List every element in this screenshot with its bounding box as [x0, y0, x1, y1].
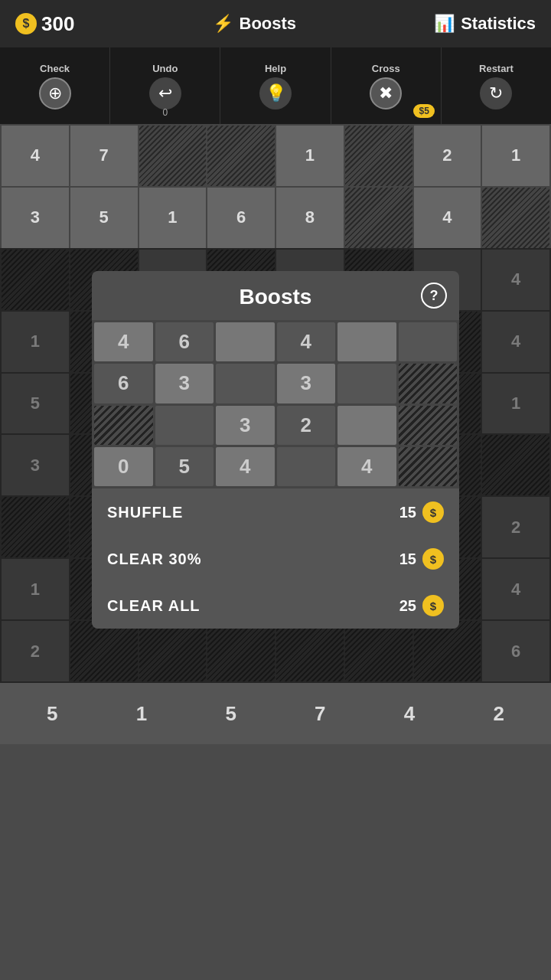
p15: 3 — [216, 406, 275, 445]
modal-title: Boosts — [240, 285, 312, 309]
help-button[interactable]: Help 💡 — [220, 47, 331, 124]
bottom-num: 5 — [21, 702, 83, 726]
stats-button[interactable]: 📊 Statistics — [434, 14, 536, 34]
bottom-num: 2 — [468, 702, 530, 726]
modal-bg-preview: 4 6 4 6 3 3 3 2 — [92, 320, 459, 488]
check-button[interactable]: Check ⊕ — [0, 47, 110, 124]
bolt-icon: ⚡ — [213, 14, 233, 34]
clear30-label: CLEAR 30% — [107, 550, 201, 568]
bottom-num: 5 — [201, 702, 262, 726]
bottom-num: 7 — [289, 702, 350, 726]
p21: 4 — [216, 447, 275, 486]
undo-icon: ↩ — [149, 77, 181, 109]
help-icon: 💡 — [259, 77, 292, 109]
scribble-overlay — [139, 126, 207, 186]
grid-cell[interactable] — [345, 126, 412, 186]
scribble-overlay — [345, 126, 412, 186]
grid-cell[interactable]: 7 — [70, 126, 138, 186]
grid-cell[interactable]: 1 — [482, 126, 549, 186]
shuffle-label: SHUFFLE — [107, 504, 183, 521]
grid-cell[interactable]: 1 — [276, 126, 344, 186]
cross-icon: ✖ — [370, 77, 402, 109]
p16: 2 — [277, 406, 336, 445]
p5 — [337, 322, 396, 361]
grid-cell[interactable]: 5 — [70, 188, 138, 248]
bottom-num: 1 — [111, 702, 172, 726]
shuffle-cost-value: 15 — [399, 504, 416, 521]
grid-cell[interactable] — [482, 188, 549, 248]
boost-modal: Boosts ? 4 6 4 6 3 3 — [92, 271, 459, 629]
p14 — [155, 406, 214, 445]
scribble-overlay — [482, 188, 549, 248]
clearall-label: CLEAR ALL — [107, 597, 201, 615]
restart-icon: ↻ — [480, 77, 512, 109]
p10: 3 — [277, 364, 336, 403]
check-icon: ⊕ — [39, 77, 71, 109]
grid-cell[interactable]: 2 — [414, 126, 481, 186]
grid-cell[interactable]: 3 — [2, 188, 69, 248]
p7: 6 — [94, 364, 153, 403]
restart-button[interactable]: Restart ↻ — [442, 47, 551, 124]
top-bar: $ 300 ⚡ Boosts 📊 Statistics — [0, 0, 551, 47]
p20: 5 — [155, 447, 214, 486]
undo-button[interactable]: Undo ↩ 0 — [110, 47, 220, 124]
p1: 4 — [94, 322, 153, 361]
scribble-overlay — [345, 188, 412, 248]
shuffle-coin-icon: $ — [422, 501, 444, 523]
score-display: $ 300 — [15, 12, 74, 36]
restart-label: Restart — [479, 63, 514, 74]
grid-cell[interactable] — [139, 126, 207, 186]
preview-grid: 4 6 4 6 3 3 3 2 — [92, 320, 459, 488]
clearall-cost: 25 $ — [399, 595, 444, 616]
p13 — [94, 406, 153, 445]
clear30-coin-icon: $ — [422, 548, 444, 570]
cross-button[interactable]: Cross ✖ $5 — [331, 47, 442, 124]
grid-cell[interactable] — [345, 188, 412, 248]
p12 — [399, 364, 458, 403]
bar-chart-icon: 📊 — [434, 14, 455, 34]
p19: 0 — [94, 447, 153, 486]
modal-header: Boosts ? — [92, 271, 459, 320]
undo-count: 0 — [162, 107, 168, 118]
clearall-boost-item[interactable]: CLEAR ALL 25 $ — [92, 582, 459, 629]
grid-cell[interactable]: 4 — [414, 188, 481, 248]
boosts-label: Boosts — [240, 14, 297, 34]
p18 — [399, 406, 458, 445]
cross-cost-badge: $5 — [413, 104, 434, 118]
dollar-icon: $ — [15, 13, 37, 34]
clearall-cost-value: 25 — [399, 597, 416, 615]
p2: 6 — [155, 322, 214, 361]
modal-help-icon: ? — [430, 288, 439, 304]
clear30-cost-value: 15 — [399, 550, 416, 568]
score-value: 300 — [41, 12, 74, 36]
modal-help-button[interactable]: ? — [421, 283, 447, 309]
grid-cell[interactable] — [207, 126, 275, 186]
cross-label: Cross — [372, 63, 400, 74]
game-grid: 4712135168454241451321426 Boosts ? 4 6 4… — [0, 124, 551, 683]
grid-cell[interactable]: 6 — [207, 188, 275, 248]
p17 — [337, 406, 396, 445]
action-bar: Check ⊕ Undo ↩ 0 Help 💡 Cross ✖ $5 Resta… — [0, 47, 551, 124]
grid-cell[interactable]: 4 — [2, 126, 69, 186]
shuffle-boost-item[interactable]: SHUFFLE 15 $ — [92, 488, 459, 535]
clear30-boost-item[interactable]: CLEAR 30% 15 $ — [92, 535, 459, 582]
p11 — [337, 364, 396, 403]
bottom-num: 4 — [379, 702, 440, 726]
p8: 3 — [155, 364, 214, 403]
p22 — [277, 447, 336, 486]
p6 — [399, 322, 458, 361]
bottom-row: 515742 — [0, 683, 551, 744]
p24 — [399, 447, 458, 486]
p23: 4 — [337, 447, 396, 486]
clear30-cost: 15 $ — [399, 548, 444, 570]
grid-cell[interactable]: 1 — [139, 188, 207, 248]
modal-overlay[interactable]: Boosts ? 4 6 4 6 3 3 — [0, 248, 551, 683]
p3 — [216, 322, 275, 361]
clearall-coin-icon: $ — [422, 595, 444, 616]
shuffle-cost: 15 $ — [399, 501, 444, 523]
boosts-button[interactable]: ⚡ Boosts — [213, 14, 297, 34]
undo-label: Undo — [152, 63, 178, 74]
cross-cost: $5 — [419, 106, 429, 116]
p4: 4 — [277, 322, 336, 361]
grid-cell[interactable]: 8 — [276, 188, 344, 248]
